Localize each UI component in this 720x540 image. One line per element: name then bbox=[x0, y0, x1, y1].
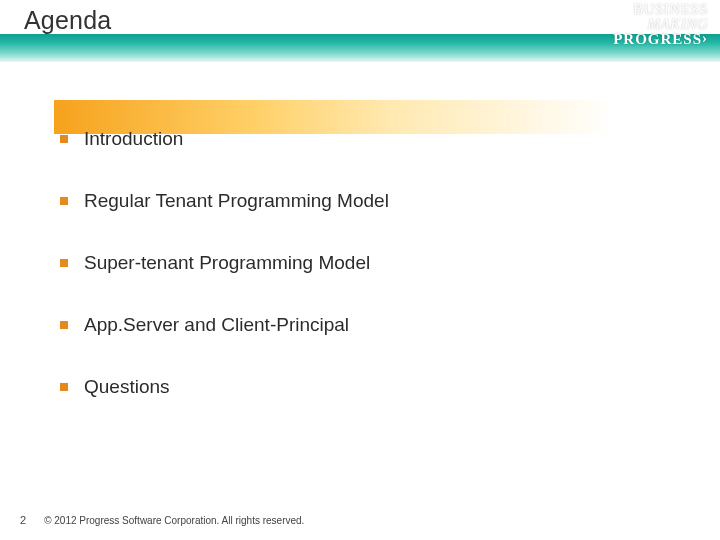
agenda-item-label: Questions bbox=[84, 376, 170, 398]
agenda-item: Regular Tenant Programming Model bbox=[60, 170, 680, 232]
brand-logo-line2: MAKING bbox=[613, 17, 708, 32]
square-bullet-icon bbox=[60, 321, 68, 329]
page-number: 2 bbox=[20, 514, 26, 526]
slide-title: Agenda bbox=[24, 6, 111, 35]
slide-header: Agenda BUSINESS MAKING PROGRESS› bbox=[0, 0, 720, 62]
agenda-item-label: Introduction bbox=[84, 128, 183, 150]
brand-logo-line3: PROGRESS› bbox=[613, 32, 708, 47]
header-accent-bar bbox=[0, 34, 720, 62]
square-bullet-icon bbox=[60, 197, 68, 205]
agenda-item-label: App.Server and Client-Principal bbox=[84, 314, 349, 336]
brand-logo-line1: BUSINESS bbox=[613, 2, 708, 17]
agenda-item: Super-tenant Programming Model bbox=[60, 232, 680, 294]
slide: Agenda BUSINESS MAKING PROGRESS› Introdu… bbox=[0, 0, 720, 540]
agenda-item: Questions bbox=[60, 356, 680, 418]
copyright-text: © 2012 Progress Software Corporation. Al… bbox=[44, 515, 304, 526]
square-bullet-icon bbox=[60, 259, 68, 267]
square-bullet-icon bbox=[60, 135, 68, 143]
agenda-item: Introduction bbox=[60, 108, 680, 170]
chevron-right-icon: › bbox=[702, 31, 708, 46]
brand-logo: BUSINESS MAKING PROGRESS› bbox=[613, 2, 708, 47]
agenda-item-label: Regular Tenant Programming Model bbox=[84, 190, 389, 212]
square-bullet-icon bbox=[60, 383, 68, 391]
agenda-item-label: Super-tenant Programming Model bbox=[84, 252, 370, 274]
slide-footer: 2 © 2012 Progress Software Corporation. … bbox=[20, 514, 304, 526]
agenda-item: App.Server and Client-Principal bbox=[60, 294, 680, 356]
agenda-list: Introduction Regular Tenant Programming … bbox=[60, 108, 680, 418]
